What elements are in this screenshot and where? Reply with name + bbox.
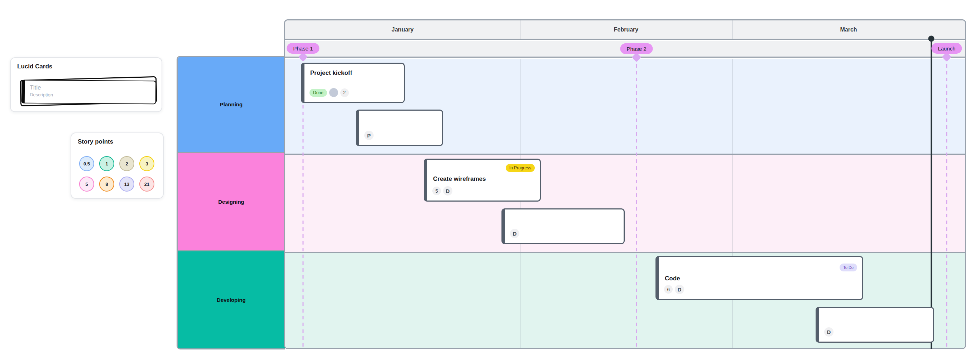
avatar[interactable]: [329, 88, 338, 97]
story-point-chip[interactable]: 1: [99, 156, 114, 171]
milestone-badge-phase-1[interactable]: Phase 1: [286, 43, 319, 54]
task-card-title: Create wireframes: [433, 175, 486, 183]
swimlane-label-designing[interactable]: Designing: [178, 153, 285, 251]
story-points-panel-title: Story points: [78, 138, 156, 145]
assignee-badge[interactable]: D: [675, 285, 684, 294]
story-point-chip[interactable]: 8: [99, 176, 114, 192]
timeline-marker-line[interactable]: [931, 39, 932, 349]
swimlane-label-column: Planning Designing Developing: [177, 56, 285, 349]
lucid-timeline-canvas: Lucid Cards Title Description Story poin…: [0, 0, 980, 362]
swimlane-label-planning[interactable]: Planning: [178, 57, 285, 153]
task-card-footer: D: [510, 229, 519, 238]
lucid-cards-panel-title: Lucid Cards: [17, 63, 155, 70]
task-card-footer: P: [364, 131, 374, 140]
month-header-january: January: [285, 21, 520, 39]
task-card-untitled-designing[interactable]: D: [501, 208, 625, 244]
assignee-badge[interactable]: D: [443, 186, 452, 195]
task-card-title: Code: [665, 275, 680, 282]
story-point-chip[interactable]: 5: [79, 176, 94, 192]
story-points-panel: Story points 0.5 1 2 3 5 8 13 21: [70, 132, 164, 199]
task-card-code[interactable]: To Do Code 6 D: [655, 256, 863, 300]
card-template-title-placeholder: Title: [30, 84, 150, 92]
story-point-chip[interactable]: 3: [139, 156, 154, 171]
card-template-description-placeholder: Description: [30, 92, 150, 98]
task-card-footer: D: [824, 327, 834, 337]
month-separator: [520, 59, 520, 348]
story-points-badge[interactable]: 6: [664, 285, 673, 294]
month-separator: [732, 59, 732, 348]
task-card-untitled-developing[interactable]: D: [816, 307, 934, 343]
lucid-cards-panel: Lucid Cards Title Description: [10, 57, 162, 112]
story-points-badge[interactable]: 5: [432, 187, 441, 195]
story-point-chip[interactable]: 21: [139, 176, 154, 192]
status-badge-in-progress[interactable]: In Progress: [506, 164, 535, 172]
task-card-create-wireframes[interactable]: In Progress Create wireframes 5 D: [424, 159, 541, 202]
story-point-chip[interactable]: 2: [119, 156, 134, 171]
lane-track-designing: [285, 155, 965, 253]
task-card-project-kickoff[interactable]: Project kickoff Done 2: [301, 63, 405, 103]
assignee-badge[interactable]: D: [824, 327, 834, 337]
month-separator: [732, 21, 732, 40]
month-header-row: January February March: [285, 21, 965, 40]
task-card-untitled-planning[interactable]: P: [356, 110, 443, 146]
task-card-title: Project kickoff: [310, 70, 352, 77]
card-template-sketch[interactable]: Title Description: [19, 75, 158, 107]
assignee-badge[interactable]: D: [510, 229, 519, 238]
milestone-guide-line-launch: [946, 57, 947, 348]
status-badge-to-do[interactable]: To Do: [840, 264, 857, 272]
milestone-badge-phase-2[interactable]: Phase 2: [620, 43, 652, 54]
task-card-footer: 5 D: [432, 186, 452, 195]
story-points-badge[interactable]: 2: [340, 89, 349, 97]
month-separator: [520, 21, 520, 40]
story-point-chip[interactable]: 13: [119, 176, 134, 192]
card-template-body: Title Description: [21, 80, 156, 105]
timeline-marker-dot[interactable]: [928, 36, 934, 42]
story-point-chip[interactable]: 0.5: [79, 156, 94, 171]
task-card-footer: 6 D: [664, 285, 684, 294]
milestone-guide-line-phase-2: [636, 57, 637, 348]
assignee-badge[interactable]: P: [364, 131, 374, 140]
story-points-grid: 0.5 1 2 3 5 8 13 21: [79, 156, 156, 192]
swimlane-label-developing[interactable]: Developing: [178, 251, 285, 348]
status-badge-done[interactable]: Done: [309, 89, 327, 97]
month-header-february: February: [520, 21, 732, 39]
task-card-footer: Done 2: [309, 88, 349, 97]
milestone-badge-launch[interactable]: Launch: [931, 43, 962, 54]
